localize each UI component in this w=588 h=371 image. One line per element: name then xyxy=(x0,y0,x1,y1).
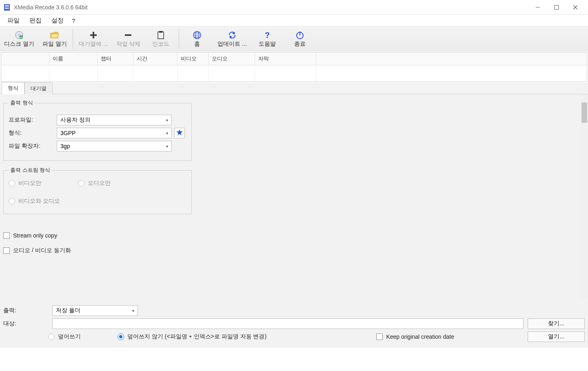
checkbox-icon xyxy=(3,232,10,239)
output-combo[interactable]: 저장 폴더 ▾ xyxy=(52,305,138,316)
av-sync-checkbox[interactable]: 오디오 / 비디오 동기화 xyxy=(3,247,577,254)
refresh-icon xyxy=(228,30,237,40)
keep-date-checkbox[interactable]: Keep original creation date xyxy=(376,333,454,340)
grid-col-video[interactable]: 비디오 xyxy=(178,53,209,65)
minimize-button[interactable] xyxy=(528,0,547,15)
encode-button[interactable]: 인코드 xyxy=(144,27,177,51)
exit-button[interactable]: 종료 xyxy=(284,27,316,51)
grid-col-blank[interactable] xyxy=(1,53,49,65)
svg-rect-16 xyxy=(159,31,162,33)
svg-text:DVD: DVD xyxy=(19,36,24,39)
menubar: 파일 편집 설정 ? xyxy=(0,15,588,26)
clipboard-icon xyxy=(157,30,164,40)
open-disc-button[interactable]: DVD 디스크 열기 xyxy=(0,27,38,51)
svg-marker-27 xyxy=(176,129,183,136)
exit-label: 종료 xyxy=(294,40,306,48)
question-icon: ? xyxy=(263,30,271,40)
update-button[interactable]: 업데이트 ... xyxy=(213,27,251,51)
target-input[interactable] xyxy=(52,318,524,329)
open-button[interactable]: 열기... xyxy=(528,331,585,342)
plus-icon xyxy=(89,30,98,40)
output-label: 출력: xyxy=(3,307,48,314)
stream-only-copy-label: Stream only copy xyxy=(13,232,57,239)
radio-no-overwrite[interactable]: 덮어쓰지 않기 (<파일명 + 인덱스>로 파일명 자동 변경) xyxy=(118,333,266,340)
radio-video-audio[interactable]: 비디오와 오디오 xyxy=(9,198,78,205)
help-label: 도움말 xyxy=(259,40,276,48)
browse-button[interactable]: 찾기... xyxy=(528,318,585,329)
keep-date-label: Keep original creation date xyxy=(386,333,454,340)
tab-queue[interactable]: 대기열 xyxy=(24,82,53,94)
radio-audio-only[interactable]: 오디오만 xyxy=(78,180,147,187)
home-button[interactable]: 홈 xyxy=(181,27,213,51)
format-value: 3GPP xyxy=(60,130,75,136)
svg-rect-2 xyxy=(5,7,9,7)
ext-combo[interactable]: 3gp ▾ xyxy=(57,141,172,151)
scrollbar-thumb[interactable] xyxy=(581,102,587,123)
profile-combo[interactable]: 사용자 정의 ▾ xyxy=(57,115,172,125)
add-queue-label: 대기열에 ... xyxy=(79,40,108,48)
open-disc-label: 디스크 열기 xyxy=(4,40,34,48)
chevron-down-icon: ▾ xyxy=(166,131,168,136)
open-button-label: 열기... xyxy=(548,333,564,340)
svg-point-9 xyxy=(18,34,20,36)
menu-help[interactable]: ? xyxy=(69,16,78,26)
radio-icon xyxy=(78,180,84,187)
grid-col-subtitle[interactable]: 자막 xyxy=(255,53,316,65)
stream-format-legend: 출력 스트림 형식 xyxy=(9,167,52,174)
close-button[interactable] xyxy=(566,0,585,15)
radio-icon xyxy=(48,333,55,340)
radio-video-only-label: 비디오만 xyxy=(18,180,41,187)
favorite-button[interactable] xyxy=(174,128,185,138)
radio-icon xyxy=(9,198,15,204)
grid-col-audio[interactable]: 오디오 xyxy=(209,53,255,65)
svg-text:?: ? xyxy=(265,31,270,40)
radio-overwrite[interactable]: 덮어쓰기 xyxy=(48,333,81,340)
output-value: 저장 폴더 xyxy=(56,307,80,314)
remove-job-button[interactable]: 작업 삭제 xyxy=(112,27,144,51)
svg-rect-1 xyxy=(5,5,9,6)
svg-rect-14 xyxy=(125,34,131,36)
profile-value: 사용자 정의 xyxy=(60,116,91,124)
menu-settings[interactable]: 설정 xyxy=(47,15,69,26)
grid-col-time[interactable]: 시간 xyxy=(133,53,178,65)
add-queue-button[interactable]: 대기열에 ... xyxy=(75,27,112,51)
tabs: 형식 대기열 xyxy=(0,83,588,94)
maximize-button[interactable] xyxy=(547,0,566,15)
profile-label: 프로파일: xyxy=(9,116,57,124)
open-file-button[interactable]: 파일 열기 xyxy=(38,27,71,51)
stream-only-copy-checkbox[interactable]: Stream only copy xyxy=(3,232,577,239)
chevron-down-icon: ▾ xyxy=(166,118,168,122)
radio-icon xyxy=(118,333,124,340)
toolbar-separator xyxy=(73,29,73,49)
open-file-label: 파일 열기 xyxy=(42,40,67,48)
radio-icon xyxy=(9,180,15,187)
minus-icon xyxy=(124,30,132,40)
menu-file[interactable]: 파일 xyxy=(2,15,24,26)
target-label: 대상: xyxy=(3,320,48,327)
globe-icon xyxy=(193,30,202,40)
tab-format[interactable]: 형식 xyxy=(2,82,24,94)
grid-col-chapter[interactable]: 챕터 xyxy=(98,53,133,65)
menu-edit[interactable]: 편집 xyxy=(24,15,47,26)
grid-col-name[interactable]: 이름 xyxy=(49,53,98,65)
output-format-legend: 출력 형식 xyxy=(9,99,35,107)
no-overwrite-label: 덮어쓰지 않기 (<파일명 + 인덱스>로 파일명 자동 변경) xyxy=(127,333,266,340)
format-combo[interactable]: 3GPP ▾ xyxy=(57,128,172,138)
browse-button-label: 찾기... xyxy=(548,320,564,327)
vertical-scrollbar[interactable] xyxy=(581,94,588,298)
overwrite-label: 덮어쓰기 xyxy=(58,333,81,340)
window-title: XMedia Recode 3.6.0.6 64bit xyxy=(14,4,88,11)
svg-rect-3 xyxy=(5,8,9,9)
bottom-area: 출력: 저장 폴더 ▾ 대상: 찾기... 덮어쓰기 덮어쓰지 않기 (<파일명… xyxy=(0,298,588,348)
power-icon xyxy=(295,30,304,40)
output-format-group: 출력 형식 프로파일: 사용자 정의 ▾ 형식: 3GPP ▾ 파일 확 xyxy=(3,99,192,161)
radio-video-only[interactable]: 비디오만 xyxy=(9,180,78,187)
checkbox-icon xyxy=(3,247,10,254)
help-button[interactable]: ? 도움말 xyxy=(251,27,284,51)
grid-header: 이름 챕터 시간 비디오 오디오 자막 xyxy=(1,53,587,65)
remove-job-label: 작업 삭제 xyxy=(116,40,141,48)
radio-audio-only-label: 오디오만 xyxy=(88,180,111,187)
grid-body[interactable] xyxy=(1,65,587,82)
ext-value: 3gp xyxy=(60,143,70,149)
encode-label: 인코드 xyxy=(152,40,169,48)
